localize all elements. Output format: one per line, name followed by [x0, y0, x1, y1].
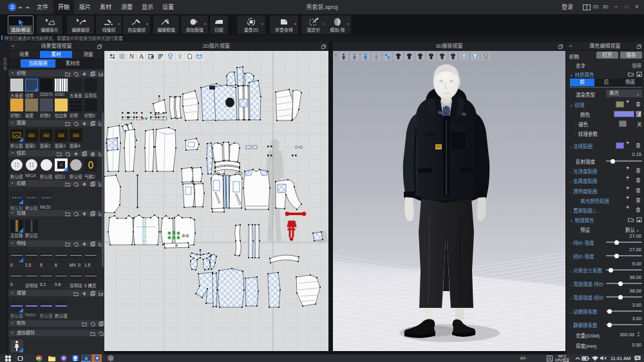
svg-text:0≡0: 0≡0 [295, 145, 303, 149]
svg-text:8: 8 [85, 356, 88, 361]
svg-text:S: S [10, 4, 14, 10]
svg-text:A: A [548, 356, 551, 361]
svg-text:A: A [139, 53, 144, 60]
svg-text:N: N [129, 53, 134, 60]
